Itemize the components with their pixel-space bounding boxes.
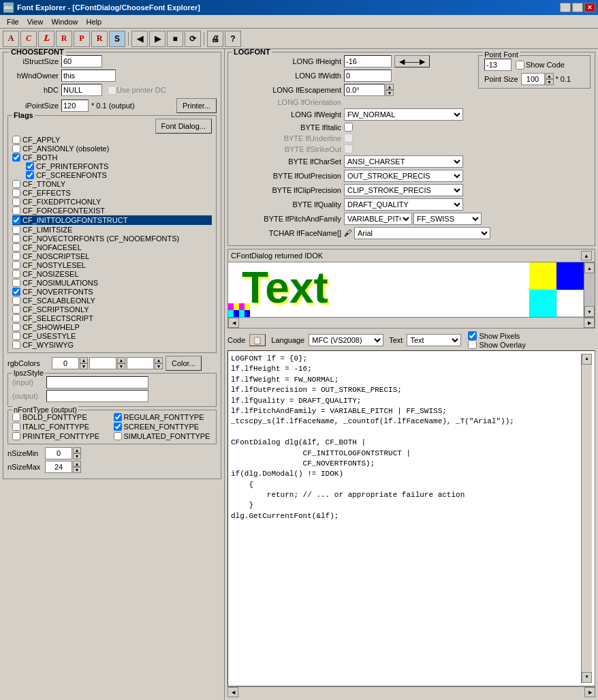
toolbar-btn-help[interactable]: ? xyxy=(225,31,241,47)
lf-escape-input[interactable] xyxy=(344,84,385,96)
flag-cf-nosizesel-check[interactable] xyxy=(12,270,20,278)
language-select[interactable]: MFC (VS2008) xyxy=(309,334,383,346)
lf-escape-down[interactable]: ▼ xyxy=(385,90,394,96)
flag-cf-forcefont-check[interactable] xyxy=(12,207,20,215)
nsize-min-down[interactable]: ▼ xyxy=(73,453,81,459)
lf-italic-check[interactable] xyxy=(344,123,353,132)
menu-view[interactable]: View xyxy=(23,16,48,27)
close-btn[interactable]: ✕ xyxy=(584,3,595,12)
toolbar-btn-s[interactable]: S xyxy=(109,31,125,47)
flag-cf-showhelp-check[interactable] xyxy=(12,323,20,331)
flag-cf-fixedpitch-check[interactable] xyxy=(12,198,20,206)
printer-dc-checkbox[interactable] xyxy=(108,86,116,95)
flag-cf-screenfonts-check[interactable] xyxy=(26,171,34,179)
point-font-input[interactable] xyxy=(484,59,512,71)
nsize-min-input[interactable] xyxy=(45,447,72,459)
lf-escape-up[interactable]: ▲ xyxy=(385,84,394,90)
preview-scroll-up[interactable]: ▲ xyxy=(581,251,592,260)
lf-quality-select[interactable]: DRAFT_QUALITY xyxy=(344,198,463,211)
flag-cf-usestyle-check[interactable] xyxy=(12,332,20,340)
lf-outprec-select[interactable]: OUT_STROKE_PRECIS xyxy=(344,170,463,182)
lpsz-output-field[interactable] xyxy=(46,390,148,402)
toolbar-btn-prev[interactable]: ◀ xyxy=(131,31,148,47)
flag-cf-scripts-check[interactable] xyxy=(12,305,20,314)
rgb-input1[interactable] xyxy=(52,357,79,369)
lf-charset-select[interactable]: ANSI_CHARSET xyxy=(344,155,463,168)
toolbar-btn-a[interactable]: A xyxy=(3,31,19,47)
flag-cf-nosimulations-check[interactable] xyxy=(12,279,20,287)
code-copy-btn[interactable]: 📋 xyxy=(249,334,266,346)
preview-hscroll-right[interactable]: ▶ xyxy=(584,318,595,328)
code-scroll-down[interactable]: ▼ xyxy=(582,672,592,683)
lf-clipprec-select[interactable]: CLIP_STROKE_PRECIS xyxy=(344,184,463,196)
nsize-max-up[interactable]: ▲ xyxy=(73,461,81,467)
printer-btn[interactable]: Printer... xyxy=(176,98,217,113)
nft-screen-check[interactable] xyxy=(114,423,122,431)
flag-cf-initto-check[interactable] xyxy=(12,216,20,224)
hdc-input[interactable] xyxy=(61,84,102,96)
toolbar-btn-l[interactable]: 𝐋 xyxy=(38,31,54,47)
point-size-up[interactable]: ▲ xyxy=(546,73,554,79)
flag-cf-nofacesel-check[interactable] xyxy=(12,243,20,252)
preview-hscroll-left[interactable]: ◀ xyxy=(228,318,239,328)
lf-facename-select[interactable]: Arial xyxy=(354,227,490,239)
code-hscroll-right[interactable]: ▶ xyxy=(584,687,595,697)
istruct-input[interactable] xyxy=(61,55,102,67)
flag-cf-effects-check[interactable] xyxy=(12,189,20,197)
lf-underline-check[interactable] xyxy=(344,134,353,142)
menu-window[interactable]: Window xyxy=(47,16,82,27)
show-pixels-check[interactable] xyxy=(468,331,477,340)
lf-width-input[interactable] xyxy=(344,70,392,82)
nft-simulated-check[interactable] xyxy=(114,432,122,440)
nft-bold-check[interactable] xyxy=(12,413,20,421)
flag-cf-scalable-check[interactable] xyxy=(12,296,20,305)
nft-italic-check[interactable] xyxy=(12,423,20,431)
nft-regular-check[interactable] xyxy=(114,413,122,421)
rgb-up2[interactable]: ▲ xyxy=(117,357,125,363)
color-btn[interactable]: Color... xyxy=(166,356,202,371)
flag-cf-limitsize-check[interactable] xyxy=(12,226,20,234)
nft-printer-check[interactable] xyxy=(12,432,20,440)
flag-cf-printerfonts-check[interactable] xyxy=(26,162,34,170)
text-select[interactable]: Text xyxy=(407,334,461,346)
code-hscroll-left[interactable]: ◀ xyxy=(227,687,238,697)
rgb-up1[interactable]: ▲ xyxy=(80,357,88,363)
ipoint-input[interactable] xyxy=(61,100,89,112)
rgb-up3[interactable]: ▲ xyxy=(155,357,163,363)
nsize-max-down[interactable]: ▼ xyxy=(73,467,81,473)
toolbar-btn-refresh[interactable]: ⟳ xyxy=(185,31,201,47)
code-scroll-up[interactable]: ▲ xyxy=(582,354,592,365)
lf-height-input[interactable] xyxy=(344,55,392,67)
menu-file[interactable]: File xyxy=(3,16,23,27)
point-size-down[interactable]: ▼ xyxy=(546,79,554,85)
flag-cf-both-check[interactable] xyxy=(12,153,20,162)
point-size-input[interactable] xyxy=(521,73,545,85)
flag-cf-wysiwyg-check[interactable] xyxy=(12,341,20,349)
preview-scroll-btn-down[interactable]: ▼ xyxy=(584,306,595,317)
flag-cf-apply-check[interactable] xyxy=(12,136,20,144)
toolbar-btn-r2[interactable]: R xyxy=(91,31,108,47)
toolbar-btn-p[interactable]: P xyxy=(74,31,90,47)
lf-weight-select[interactable]: FW_NORMAL xyxy=(344,108,463,121)
flag-cf-novertfonts-check[interactable] xyxy=(12,288,20,296)
flag-cf-selectscript-check[interactable] xyxy=(12,314,20,322)
code-area[interactable]: LOGFONT lf = {0}; lf.lfHeight = -16; lf.… xyxy=(227,350,595,686)
preview-scroll-btn-up[interactable]: ▲ xyxy=(584,262,595,273)
flag-cf-ttonly-check[interactable] xyxy=(12,180,20,188)
nsize-min-up[interactable]: ▲ xyxy=(73,447,81,453)
lf-strikeout-check[interactable] xyxy=(344,144,353,153)
rgb-down3[interactable]: ▼ xyxy=(155,363,163,369)
show-overlay-check[interactable] xyxy=(468,340,477,349)
toolbar-btn-next[interactable]: ▶ xyxy=(149,31,166,47)
font-dialog-btn[interactable]: Font Dialog... xyxy=(155,119,212,134)
show-code-check[interactable] xyxy=(516,61,524,70)
rgb-down2[interactable]: ▼ xyxy=(117,363,125,369)
rgb-input2[interactable] xyxy=(89,357,116,369)
lf-pitch-select1[interactable]: VARIABLE_PITCH xyxy=(344,213,412,225)
lf-height-arrow[interactable]: ◀——▶ xyxy=(394,55,430,67)
menu-help[interactable]: Help xyxy=(82,16,106,27)
flag-cf-nostylesel-check[interactable] xyxy=(12,261,20,269)
flag-cf-novector-check[interactable] xyxy=(12,234,20,243)
maximize-btn[interactable]: □ xyxy=(572,3,583,12)
toolbar-btn-stop[interactable]: ■ xyxy=(167,31,183,47)
